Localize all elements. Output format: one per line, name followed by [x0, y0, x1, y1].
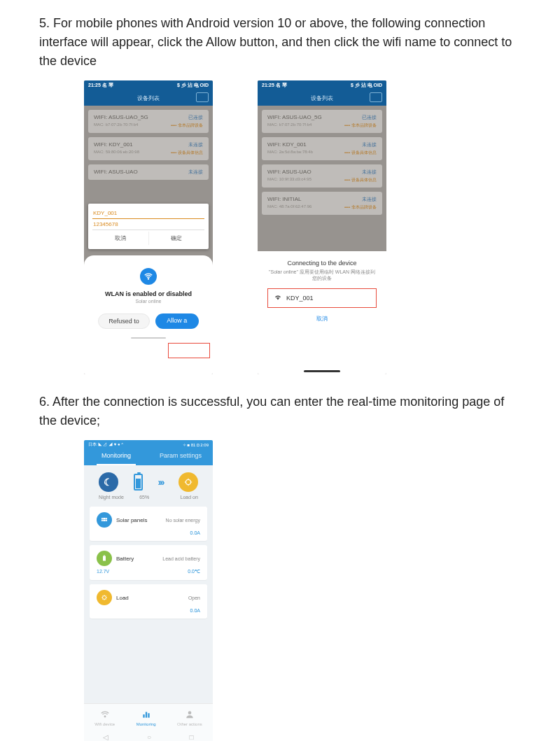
- wifi-mac: MAC: 48:7a:0f:62:47:96: [267, 204, 312, 211]
- solar-current-value: 0.0A: [190, 530, 200, 535]
- status-bar: 日本 ◣ ⊿ ◢ ♥ ● ^ ✧ ■ 81 ◘ 2:09: [84, 440, 213, 449]
- svg-rect-3: [103, 556, 106, 561]
- wifi-row[interactable]: WIFI: KDY_001未连接 MAC: 2a:5d:8a:be:78:4b•…: [262, 137, 382, 160]
- wifi-mac: MAC: 2a:5d:8a:be:78:4b: [267, 150, 313, 156]
- nav-wifi-device[interactable]: Wifi device: [94, 710, 115, 726]
- tab-param-settings[interactable]: Param settings: [148, 449, 213, 465]
- nav-other-label: Other actions: [177, 722, 202, 726]
- wifi-status: 已连接: [362, 114, 377, 121]
- top-bar: 设备列表: [84, 90, 213, 106]
- connecting-description: "Solar online" 应用要使用临时 WLAN 网络连接到您的设备: [267, 269, 377, 281]
- wifi-icon: [140, 268, 157, 285]
- screenshot-row-1: 21:25 名 琴 $ 彡 沾 电 OID 设备列表 WIFI: ASUS-UA…: [39, 80, 521, 374]
- wifi-name: WIFI: ASUS-UAO_5G: [94, 114, 148, 121]
- load-card-icon: [97, 590, 112, 605]
- svg-rect-9: [148, 713, 149, 717]
- nav-wifi-label: Wifi device: [94, 722, 115, 726]
- wifi-select-option[interactable]: KDY_001: [267, 288, 377, 308]
- refresh-button[interactable]: [196, 92, 209, 102]
- wifi-mac: MAC: b7:07:2b:70:7f:b4: [94, 122, 138, 129]
- load-on-label: Load on: [181, 495, 198, 500]
- back-icon[interactable]: ◁: [103, 733, 108, 741]
- wifi-mac: MAC: b7:07:2b:70:7f:b4: [267, 122, 312, 129]
- battery-card[interactable]: Battery Lead acid battery 12.7V0.0℃: [90, 545, 207, 580]
- svg-point-10: [188, 711, 192, 714]
- home-indicator: [131, 337, 166, 339]
- status-right: ✧ ■ 81 ◘ 2:09: [183, 442, 209, 447]
- load-right-text: Open: [188, 595, 200, 600]
- instruction-step-5: 5. For mobile phones with Android versio…: [39, 14, 521, 71]
- wifi-status: 已连接: [188, 114, 203, 121]
- signal-bars-icon: •••• 设备具体信息: [344, 177, 377, 183]
- popup-password-input[interactable]: 12345678: [92, 219, 204, 230]
- svg-point-1: [186, 480, 191, 485]
- battery-card-icon: [97, 551, 112, 566]
- night-mode-label: Night mode: [99, 495, 124, 500]
- password-popup: KDY_001 12345678 取消 确定: [88, 204, 209, 249]
- instruction-step-6: 6. After the connection is successful, y…: [39, 393, 521, 430]
- top-bar: 设备列表: [258, 90, 386, 106]
- wifi-name: WIFI: INITIAL: [267, 196, 301, 203]
- tab-monitoring[interactable]: Monitoring: [84, 449, 148, 465]
- nav-other-actions[interactable]: Other actions: [177, 710, 202, 726]
- battery-icon: [134, 474, 143, 491]
- status-bar: 21:25 名 琴 $ 彡 沾 电 OID: [258, 80, 386, 90]
- nav-monitoring-label: Monitoring: [136, 722, 156, 726]
- top-tabs: Monitoring Param settings: [84, 449, 213, 465]
- wifi-icon: [274, 293, 282, 303]
- connecting-sheet: Connecting to the device "Solar online" …: [258, 251, 386, 374]
- wifi-name: WIFI: KDY_001: [94, 141, 133, 148]
- nav-monitoring[interactable]: Monitoring: [136, 710, 156, 726]
- wifi-status: 未连接: [362, 169, 377, 176]
- wifi-name: WIFI: ASUS-UAO_5G: [267, 114, 322, 121]
- battery-label: Battery: [116, 556, 162, 562]
- home-icon[interactable]: ○: [147, 733, 151, 741]
- android-sys-bar: ◁ ○ □: [84, 731, 213, 741]
- connecting-title: Connecting to the device: [267, 260, 377, 267]
- bar-chart-icon: [141, 710, 151, 721]
- bottom-nav: Wifi device Monitoring Other actions: [84, 703, 213, 731]
- allow-button[interactable]: Allow a: [155, 313, 199, 329]
- wifi-row[interactable]: WIFI: ASUS-UAO_5G已连接 MAC: b7:07:2b:70:7f…: [88, 110, 209, 133]
- status-time: 21:25 名 琴: [88, 82, 113, 89]
- wifi-mac: MAC: 10:9f:33:d3:c4:95: [267, 177, 312, 183]
- wifi-name: WIFI: ASUS-UAO: [94, 169, 138, 176]
- wifi-list: WIFI: ASUS-UAO_5G已连接 MAC: b7:07:2b:70:7f…: [84, 106, 213, 280]
- signal-bars-icon: •••• 非本品牌设备: [344, 122, 377, 129]
- sheet-subtitle: Solar online: [92, 299, 204, 304]
- wifi-status: 未连接: [362, 141, 377, 148]
- refresh-button[interactable]: [370, 92, 382, 102]
- wifi-row[interactable]: WIFI: ASUS-UAO未连接 MAC: 10:9f:33:d3:c4:95…: [262, 164, 382, 188]
- wifi-row[interactable]: WIFI: ASUS-UAO_5G已连接 MAC: b7:07:2b:70:7f…: [262, 110, 382, 133]
- screenshot-phone-b: 21:25 名 琴 $ 彡 沾 电 OID 设备列表 WIFI: ASUS-UA…: [258, 80, 386, 374]
- popup-ok-button[interactable]: 确定: [149, 232, 205, 245]
- wifi-name: WIFI: ASUS-UAO: [267, 169, 312, 176]
- wifi-row[interactable]: WIFI: KDY_001未连接 MAC: 59:80:06:eb:20:98•…: [88, 137, 209, 160]
- solar-panels-card[interactable]: Solar panels No solar energy 0.0A: [90, 507, 207, 541]
- battery-pct-label: 65%: [139, 495, 149, 500]
- cancel-button[interactable]: 取消: [267, 315, 377, 323]
- svg-rect-4: [104, 556, 105, 556]
- load-label: Load: [116, 595, 188, 601]
- status-bar: 21:25 名 琴 $ 彡 沾 电 OID: [84, 80, 213, 90]
- wifi-status: 未连接: [188, 169, 203, 176]
- load-current-value: 0.0A: [190, 608, 200, 613]
- signal-bars-icon: •••• 非本品牌设备: [171, 122, 203, 129]
- screenshot-phone-a: 21:25 名 琴 $ 彡 沾 电 OID 设备列表 WIFI: ASUS-UA…: [84, 80, 213, 374]
- wifi-nav-icon: [100, 710, 110, 721]
- solar-right-text: No solar energy: [166, 518, 200, 523]
- battery-right-text: Lead acid battery: [162, 556, 200, 561]
- svg-rect-7: [143, 714, 144, 718]
- wifi-row[interactable]: WIFI: INITIAL未连接 MAC: 48:7a:0f:62:47:96•…: [262, 192, 382, 215]
- recent-icon[interactable]: □: [190, 733, 194, 741]
- load-card[interactable]: Load Open 0.0A: [90, 584, 207, 619]
- wifi-row[interactable]: WIFI: ASUS-UAO未连接: [88, 164, 209, 180]
- popup-wifi-name: KDY_001: [92, 208, 204, 219]
- svg-rect-8: [145, 712, 146, 717]
- wifi-select-name: KDY_001: [286, 295, 314, 302]
- battery-temp-value: 0.0℃: [188, 569, 200, 574]
- popup-cancel-button[interactable]: 取消: [92, 232, 149, 245]
- home-indicator: [304, 370, 340, 372]
- status-icons: $ 彡 沾 电 OID: [351, 82, 382, 89]
- refuse-button[interactable]: Refused to: [98, 313, 150, 329]
